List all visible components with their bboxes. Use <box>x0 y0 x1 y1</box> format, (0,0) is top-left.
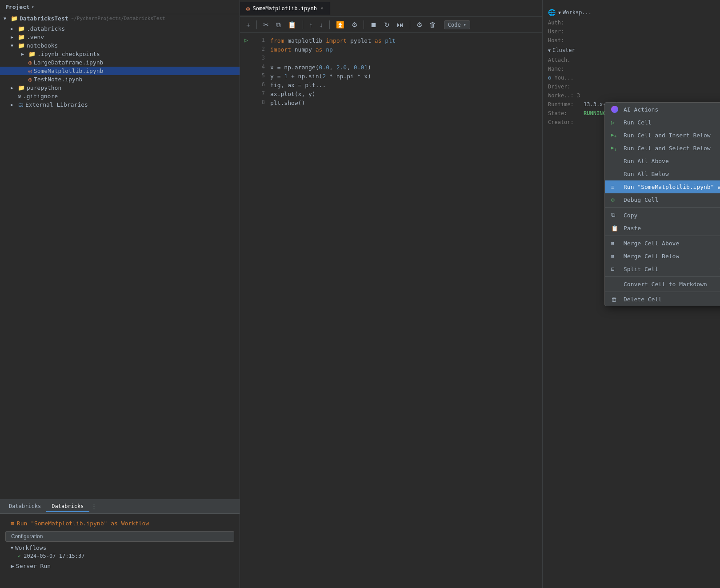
runtime-label: Runtime: <box>548 101 584 108</box>
merge-below-icon: ⊞ <box>611 253 621 259</box>
label-testnote: TestNote.ipynb <box>34 76 83 83</box>
layers-icon: ≡ <box>11 520 14 527</box>
attach-label: Attach. <box>548 57 584 63</box>
menu-label-run-select-below: Run Cell and Select Below <box>624 145 720 152</box>
workflow-layers-icon: ≡ <box>611 184 621 190</box>
menu-item-debug-cell[interactable]: ⚙ Debug Cell Alt+Shift+Enter <box>605 193 720 206</box>
menu-item-run-all-below[interactable]: Run All Below <box>605 168 720 180</box>
workspace-label: Worksp... <box>563 9 592 16</box>
tree-item-largedataframe[interactable]: ◎ LargeDataframe.ipynb <box>0 58 240 67</box>
ext-libs-icon: 🗂 <box>18 101 24 108</box>
menu-item-run-cell[interactable]: ▷ Run Cell Ctrl+Enter <box>605 116 720 129</box>
menu-label-run-all-above: Run All Above <box>624 158 720 164</box>
bottom-panel: Databricks Databricks ⋮ ≡ Run "SomeMatpl… <box>0 499 240 588</box>
menu-label-merge-below: Merge Cell Below <box>624 253 720 260</box>
row-worker: Worke..: 3 <box>548 92 715 99</box>
tree-item-gitignore[interactable]: ⊘ .gitignore <box>0 92 240 100</box>
menu-item-convert-markdown[interactable]: Convert Cell to Markdown <box>605 278 720 291</box>
host-label: Host: <box>548 37 584 44</box>
tree-item-ipynb-checkpoints[interactable]: ▶ 📁 .ipynb_checkpoints <box>0 50 240 58</box>
state-label: State: <box>548 110 584 116</box>
label-purepython: purepython <box>27 84 61 91</box>
label-venv: .venv <box>27 34 44 40</box>
row-attach: Attach. <box>548 57 715 63</box>
tree-item-somematplotlib[interactable]: ◎ SomeMatplotlib.ipynb <box>0 67 240 75</box>
workflow-run-header: ≡ Run "SomeMatplotlib.ipynb" as Workflow <box>5 517 234 529</box>
menu-item-ai-actions[interactable]: AI Actions › <box>605 103 720 116</box>
menu-label-paste: Paste <box>624 225 720 232</box>
menu-label-copy: Copy <box>624 212 720 219</box>
label-notebooks: notebooks <box>27 42 58 49</box>
row-driver: Driver: <box>548 84 715 90</box>
run-insert-icon: ▶+ <box>611 132 621 139</box>
gear-label-text: You... <box>554 75 573 81</box>
bottom-panel-tabs: Databricks Databricks ⋮ <box>0 500 240 514</box>
workflows-header[interactable]: ▼ Workflows <box>5 544 234 552</box>
workflows-section: ▼ Workflows ✓ 2024-05-07 17:15:37 <box>5 544 234 560</box>
auth-label: Auth: <box>548 20 584 26</box>
tree-item-purepython[interactable]: ▶ 📁 purepython <box>0 84 240 92</box>
label-databricks: .databricks <box>27 25 65 32</box>
tab-databricks1[interactable]: Databricks <box>4 501 46 512</box>
folder-icon-ipynb: 📁 <box>28 51 36 57</box>
tree-item-notebooks[interactable]: ▼ 📁 notebooks <box>0 41 240 50</box>
name-label: Name: <box>548 66 584 72</box>
folder-icon-purepython: 📁 <box>18 84 25 91</box>
split-cell-icon: ⊟ <box>611 266 621 272</box>
run-select-icon: ▶↓ <box>611 145 621 152</box>
menu-item-merge-above[interactable]: ⊞ Merge Cell Above <box>605 237 720 250</box>
menu-item-paste[interactable]: 📋 Paste Ctrl+V <box>605 222 720 235</box>
cluster-label: Cluster <box>552 47 575 53</box>
menu-label-run-workflow: Run "SomeMatplotlib.ipynb" as Workflow <box>624 184 720 190</box>
debug-cell-icon: ⚙ <box>611 196 621 203</box>
menu-item-run-workflow[interactable]: ≡ Run "SomeMatplotlib.ipynb" as Workflow <box>605 180 720 193</box>
menu-item-run-select-below[interactable]: ▶↓ Run Cell and Select Below Shift+Enter <box>605 142 720 155</box>
menu-sep4 <box>605 292 720 292</box>
tree-item-external-libs[interactable]: ▶ 🗂 External Libraries <box>0 100 240 109</box>
menu-label-ai-actions: AI Actions <box>624 106 720 113</box>
label-somematplotlib: SomeMatplotlib.ipynb <box>34 68 104 74</box>
menu-item-split-cell[interactable]: ⊟ Split Cell Ctrl+Shift+Minus <box>605 263 720 276</box>
arrow-databricks: ▶ <box>11 26 18 31</box>
menu-item-merge-below[interactable]: ⊞ Merge Cell Below <box>605 250 720 263</box>
project-header[interactable]: Project ▾ <box>0 0 240 14</box>
menu-item-copy[interactable]: ⧉ Copy Ctrl+C <box>605 208 720 222</box>
notebook-icon-testnote: ◎ <box>28 76 32 83</box>
server-run-section[interactable]: ▶ Server Run <box>5 562 234 570</box>
tree-item-testnote[interactable]: ◎ TestNote.ipynb <box>0 75 240 84</box>
tab-databricks2[interactable]: Databricks <box>46 501 89 512</box>
tree-root[interactable]: ▼ 📁 DatabricksTest ~/PycharmProjects/Dat… <box>0 14 240 23</box>
tree-item-databricks[interactable]: ▶ 📁 .databricks <box>0 24 240 33</box>
menu-label-debug-cell: Debug Cell <box>624 196 717 203</box>
menu-item-run-insert-below[interactable]: ▶+ Run Cell and Insert Below <box>605 129 720 142</box>
menu-sep1 <box>605 207 720 208</box>
label-largedataframe: LargeDataframe.ipynb <box>34 59 104 66</box>
context-menu: AI Actions › ▷ Run Cell Ctrl+Enter ▶+ Ru… <box>604 102 720 306</box>
menu-item-delete-cell[interactable]: 🗑 Delete Cell <box>605 293 720 306</box>
project-chevron: ▾ <box>32 4 34 9</box>
tabs-kebab-icon[interactable]: ⋮ <box>91 503 97 510</box>
workspace-section: 🌐 ▼ Worksp... <box>548 9 715 16</box>
root-folder-icon: 📁 <box>11 15 18 22</box>
arrow-ipynb: ▶ <box>21 52 28 56</box>
label-gitignore: .gitignore <box>23 93 58 100</box>
row-gear: ⚙ You... <box>548 75 715 81</box>
label-ipynb-checkpoints: .ipynb_checkpoints <box>37 51 100 57</box>
app-container: Project ▾ ▼ 📁 DatabricksTest ~/PycharmPr… <box>0 0 720 588</box>
menu-label-split-cell: Split Cell <box>624 266 714 272</box>
menu-item-run-all-above[interactable]: Run All Above <box>605 155 720 168</box>
gitignore-icon: ⊘ <box>18 93 21 100</box>
run-cell-icon: ▷ <box>611 119 621 126</box>
delete-cell-icon: 🗑 <box>611 296 621 303</box>
tree-item-venv[interactable]: ▶ 📁 .venv <box>0 33 240 41</box>
workflow-run-item[interactable]: ✓ 2024-05-07 17:15:37 <box>5 552 234 560</box>
driver-label: Driver: <box>548 84 584 90</box>
folder-icon-databricks: 📁 <box>18 25 25 32</box>
ai-gradient-circle <box>611 106 618 113</box>
config-button[interactable]: Configuration <box>5 531 234 542</box>
copy-menu-icon: ⧉ <box>611 212 621 219</box>
state-value: RUNNING <box>584 110 606 116</box>
row-auth: Auth: <box>548 20 715 26</box>
context-menu-overlay[interactable]: AI Actions › ▷ Run Cell Ctrl+Enter ▶+ Ru… <box>240 0 542 588</box>
label-external-libs: External Libraries <box>25 101 88 108</box>
